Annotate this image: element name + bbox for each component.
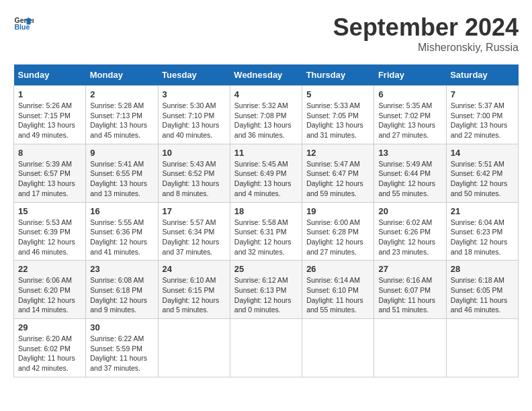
table-row bbox=[158, 319, 230, 377]
day-info: Sunrise: 6:04 AM Sunset: 6:23 PM Dayligh… bbox=[451, 218, 514, 257]
day-info: Sunrise: 6:14 AM Sunset: 6:10 PM Dayligh… bbox=[306, 275, 369, 315]
table-row: 9Sunrise: 5:41 AM Sunset: 6:55 PM Daylig… bbox=[86, 144, 158, 202]
day-info: Sunrise: 5:32 AM Sunset: 7:08 PM Dayligh… bbox=[234, 101, 298, 140]
day-info: Sunrise: 6:00 AM Sunset: 6:28 PM Dayligh… bbox=[306, 218, 369, 257]
table-row: 24Sunrise: 6:10 AM Sunset: 6:15 PM Dayli… bbox=[158, 261, 230, 319]
table-row: 27Sunrise: 6:16 AM Sunset: 6:07 PM Dayli… bbox=[374, 261, 446, 319]
table-row: 20Sunrise: 6:02 AM Sunset: 6:26 PM Dayli… bbox=[374, 202, 446, 261]
table-row: 10Sunrise: 5:43 AM Sunset: 6:52 PM Dayli… bbox=[158, 144, 230, 202]
day-number: 21 bbox=[451, 206, 514, 216]
day-info: Sunrise: 6:06 AM Sunset: 6:20 PM Dayligh… bbox=[18, 275, 81, 315]
day-info: Sunrise: 5:58 AM Sunset: 6:31 PM Dayligh… bbox=[234, 218, 298, 257]
day-info: Sunrise: 5:41 AM Sunset: 6:55 PM Dayligh… bbox=[90, 159, 153, 199]
table-row: 4Sunrise: 5:32 AM Sunset: 7:08 PM Daylig… bbox=[230, 86, 302, 144]
table-row: 14Sunrise: 5:51 AM Sunset: 6:42 PM Dayli… bbox=[446, 144, 518, 202]
day-info: Sunrise: 5:55 AM Sunset: 6:36 PM Dayligh… bbox=[90, 218, 153, 257]
day-info: Sunrise: 6:12 AM Sunset: 6:13 PM Dayligh… bbox=[234, 275, 298, 315]
table-row bbox=[230, 319, 302, 377]
day-number: 19 bbox=[306, 206, 369, 216]
col-header-thursday: Thursday bbox=[302, 64, 374, 86]
col-header-wednesday: Wednesday bbox=[230, 64, 302, 86]
day-number: 18 bbox=[234, 206, 298, 216]
header: General Blue September 2024 Misheronskiy… bbox=[13, 13, 519, 54]
table-row: 17Sunrise: 5:57 AM Sunset: 6:34 PM Dayli… bbox=[158, 202, 230, 261]
day-info: Sunrise: 5:47 AM Sunset: 6:47 PM Dayligh… bbox=[306, 159, 369, 199]
day-number: 8 bbox=[18, 148, 81, 158]
col-header-monday: Monday bbox=[86, 64, 158, 86]
day-info: Sunrise: 6:16 AM Sunset: 6:07 PM Dayligh… bbox=[378, 275, 441, 315]
day-number: 1 bbox=[18, 89, 81, 99]
day-number: 12 bbox=[306, 148, 369, 158]
day-info: Sunrise: 5:37 AM Sunset: 7:00 PM Dayligh… bbox=[451, 101, 514, 140]
day-number: 9 bbox=[90, 148, 153, 158]
logo-icon: General Blue bbox=[13, 13, 34, 34]
table-row: 8Sunrise: 5:39 AM Sunset: 6:57 PM Daylig… bbox=[14, 144, 86, 202]
day-info: Sunrise: 6:02 AM Sunset: 6:26 PM Dayligh… bbox=[378, 218, 441, 257]
day-number: 14 bbox=[451, 148, 514, 158]
table-row: 28Sunrise: 6:18 AM Sunset: 6:05 PM Dayli… bbox=[446, 261, 518, 319]
day-info: Sunrise: 5:30 AM Sunset: 7:10 PM Dayligh… bbox=[163, 101, 226, 140]
day-number: 7 bbox=[451, 89, 514, 99]
table-row: 19Sunrise: 6:00 AM Sunset: 6:28 PM Dayli… bbox=[302, 202, 374, 261]
table-row: 11Sunrise: 5:45 AM Sunset: 6:49 PM Dayli… bbox=[230, 144, 302, 202]
day-number: 5 bbox=[306, 89, 369, 99]
day-number: 22 bbox=[18, 264, 81, 274]
day-number: 26 bbox=[306, 264, 369, 274]
col-header-sunday: Sunday bbox=[14, 64, 86, 86]
day-number: 16 bbox=[90, 206, 153, 216]
day-info: Sunrise: 6:08 AM Sunset: 6:18 PM Dayligh… bbox=[90, 275, 153, 315]
table-row: 15Sunrise: 5:53 AM Sunset: 6:39 PM Dayli… bbox=[14, 202, 86, 261]
table-row: 30Sunrise: 6:22 AM Sunset: 5:59 PM Dayli… bbox=[86, 319, 158, 377]
day-number: 3 bbox=[163, 89, 226, 99]
day-number: 28 bbox=[451, 264, 514, 274]
day-number: 2 bbox=[90, 89, 153, 99]
day-info: Sunrise: 5:43 AM Sunset: 6:52 PM Dayligh… bbox=[163, 159, 226, 199]
table-row: 5Sunrise: 5:33 AM Sunset: 7:05 PM Daylig… bbox=[302, 86, 374, 144]
logo: General Blue bbox=[13, 13, 36, 34]
table-row: 12Sunrise: 5:47 AM Sunset: 6:47 PM Dayli… bbox=[302, 144, 374, 202]
day-info: Sunrise: 5:45 AM Sunset: 6:49 PM Dayligh… bbox=[234, 159, 298, 199]
day-number: 10 bbox=[163, 148, 226, 158]
day-info: Sunrise: 5:57 AM Sunset: 6:34 PM Dayligh… bbox=[163, 218, 226, 257]
table-row bbox=[302, 319, 374, 377]
table-row: 3Sunrise: 5:30 AM Sunset: 7:10 PM Daylig… bbox=[158, 86, 230, 144]
day-number: 25 bbox=[234, 264, 298, 274]
day-info: Sunrise: 6:22 AM Sunset: 5:59 PM Dayligh… bbox=[90, 334, 153, 373]
col-header-saturday: Saturday bbox=[446, 64, 518, 86]
day-info: Sunrise: 5:26 AM Sunset: 7:15 PM Dayligh… bbox=[18, 101, 81, 140]
table-row bbox=[374, 319, 446, 377]
day-number: 20 bbox=[378, 206, 441, 216]
day-number: 24 bbox=[163, 264, 226, 274]
day-info: Sunrise: 6:10 AM Sunset: 6:15 PM Dayligh… bbox=[163, 275, 226, 315]
location: Misheronskiy, Russia bbox=[333, 42, 519, 54]
day-info: Sunrise: 6:18 AM Sunset: 6:05 PM Dayligh… bbox=[451, 275, 514, 315]
day-info: Sunrise: 5:51 AM Sunset: 6:42 PM Dayligh… bbox=[451, 159, 514, 199]
day-number: 6 bbox=[378, 89, 441, 99]
calendar-table: SundayMondayTuesdayWednesdayThursdayFrid… bbox=[13, 64, 519, 377]
table-row: 16Sunrise: 5:55 AM Sunset: 6:36 PM Dayli… bbox=[86, 202, 158, 261]
table-row: 6Sunrise: 5:35 AM Sunset: 7:02 PM Daylig… bbox=[374, 86, 446, 144]
title-section: September 2024 Misheronskiy, Russia bbox=[333, 13, 519, 54]
day-number: 27 bbox=[378, 264, 441, 274]
table-row: 2Sunrise: 5:28 AM Sunset: 7:13 PM Daylig… bbox=[86, 86, 158, 144]
day-number: 29 bbox=[18, 322, 81, 332]
table-row: 13Sunrise: 5:49 AM Sunset: 6:44 PM Dayli… bbox=[374, 144, 446, 202]
day-number: 4 bbox=[234, 89, 298, 99]
month-title: September 2024 bbox=[333, 13, 519, 42]
day-number: 13 bbox=[378, 148, 441, 158]
day-info: Sunrise: 5:39 AM Sunset: 6:57 PM Dayligh… bbox=[18, 159, 81, 199]
table-row: 1Sunrise: 5:26 AM Sunset: 7:15 PM Daylig… bbox=[14, 86, 86, 144]
day-info: Sunrise: 6:20 AM Sunset: 6:02 PM Dayligh… bbox=[18, 334, 81, 373]
day-number: 30 bbox=[90, 322, 153, 332]
day-number: 11 bbox=[234, 148, 298, 158]
table-row: 7Sunrise: 5:37 AM Sunset: 7:00 PM Daylig… bbox=[446, 86, 518, 144]
day-number: 15 bbox=[18, 206, 81, 216]
day-info: Sunrise: 5:53 AM Sunset: 6:39 PM Dayligh… bbox=[18, 218, 81, 257]
table-row: 23Sunrise: 6:08 AM Sunset: 6:18 PM Dayli… bbox=[86, 261, 158, 319]
day-info: Sunrise: 5:33 AM Sunset: 7:05 PM Dayligh… bbox=[306, 101, 369, 140]
table-row: 18Sunrise: 5:58 AM Sunset: 6:31 PM Dayli… bbox=[230, 202, 302, 261]
day-number: 23 bbox=[90, 264, 153, 274]
day-info: Sunrise: 5:49 AM Sunset: 6:44 PM Dayligh… bbox=[378, 159, 441, 199]
day-info: Sunrise: 5:35 AM Sunset: 7:02 PM Dayligh… bbox=[378, 101, 441, 140]
day-number: 17 bbox=[163, 206, 226, 216]
